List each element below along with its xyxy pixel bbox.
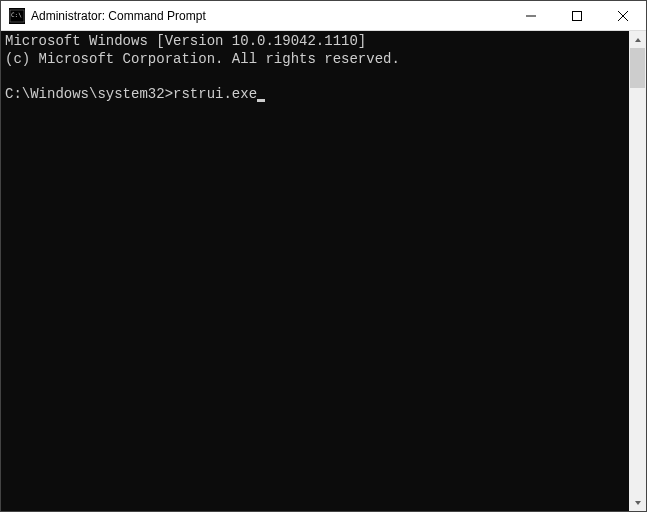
copyright-line: (c) Microsoft Corporation. All rights re… — [5, 51, 400, 67]
terminal-output[interactable]: Microsoft Windows [Version 10.0.19042.11… — [1, 31, 629, 511]
prompt-line: C:\Windows\system32>rstrui.exe — [5, 86, 265, 102]
window-title: Administrator: Command Prompt — [31, 9, 508, 23]
prompt-path: C:\Windows\system32> — [5, 86, 173, 102]
command-prompt-window: C:\ Administrator: Command Prompt Micros… — [0, 0, 647, 512]
maximize-button[interactable] — [554, 1, 600, 30]
scroll-down-arrow-icon[interactable] — [629, 494, 646, 511]
cmd-icon: C:\ — [9, 8, 25, 24]
typed-command: rstrui.exe — [173, 86, 257, 102]
titlebar[interactable]: C:\ Administrator: Command Prompt — [1, 1, 646, 31]
window-controls — [508, 1, 646, 30]
content-area: Microsoft Windows [Version 10.0.19042.11… — [1, 31, 646, 511]
svg-text:C:\: C:\ — [11, 11, 22, 18]
scroll-up-arrow-icon[interactable] — [629, 31, 646, 48]
scroll-track[interactable] — [629, 48, 646, 494]
svg-rect-4 — [573, 11, 582, 20]
svg-marker-8 — [635, 501, 641, 505]
svg-marker-7 — [635, 38, 641, 42]
cursor — [257, 99, 265, 102]
vertical-scrollbar[interactable] — [629, 31, 646, 511]
version-line: Microsoft Windows [Version 10.0.19042.11… — [5, 33, 366, 49]
scroll-thumb[interactable] — [630, 48, 645, 88]
close-button[interactable] — [600, 1, 646, 30]
minimize-button[interactable] — [508, 1, 554, 30]
